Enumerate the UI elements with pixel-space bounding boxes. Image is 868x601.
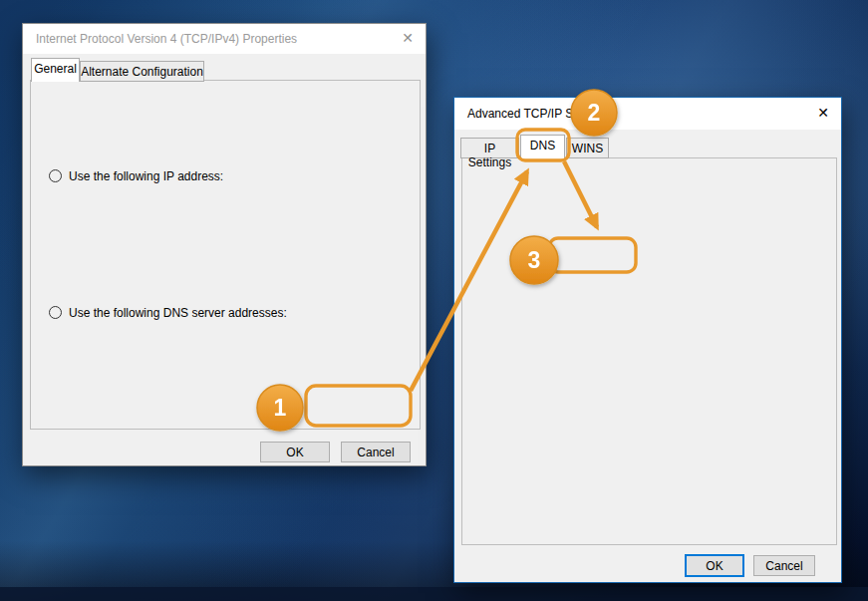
- wallpaper-dark-band: [0, 587, 868, 601]
- ok-button[interactable]: OK: [260, 442, 330, 462]
- tab-ip-settings[interactable]: IP Settings: [460, 138, 519, 158]
- cancel-button[interactable]: Cancel: [753, 555, 815, 576]
- dialog-title: Advanced TCP/IP Settings: [467, 107, 609, 121]
- radio-use-ip-label: Use the following IP address:: [67, 169, 225, 183]
- titlebar: Internet Protocol Version 4 (TCP/IPv4) P…: [23, 24, 426, 54]
- tab-alternate-configuration[interactable]: Alternate Configuration: [80, 61, 204, 82]
- radio-use-dns[interactable]: [49, 306, 62, 319]
- tab-general[interactable]: General: [31, 58, 80, 82]
- cancel-button[interactable]: Cancel: [341, 442, 411, 462]
- titlebar: Advanced TCP/IP Settings ✕: [454, 98, 841, 130]
- close-icon[interactable]: ✕: [817, 106, 829, 120]
- tab-page: [461, 157, 837, 545]
- tab-page: [30, 80, 421, 430]
- radio-use-dns-label: Use the following DNS server addresses:: [67, 306, 289, 320]
- radio-use-ip[interactable]: [49, 169, 62, 182]
- tab-wins[interactable]: WINS: [566, 138, 609, 158]
- dialog-title: Internet Protocol Version 4 (TCP/IPv4) P…: [36, 32, 297, 46]
- close-icon[interactable]: ✕: [402, 31, 414, 45]
- advanced-tcpip-dialog: Advanced TCP/IP Settings ✕ IP Settings D…: [453, 97, 842, 583]
- ipv4-properties-dialog: Internet Protocol Version 4 (TCP/IPv4) P…: [22, 23, 427, 466]
- tab-dns[interactable]: DNS: [520, 135, 565, 158]
- ok-button[interactable]: OK: [685, 554, 744, 577]
